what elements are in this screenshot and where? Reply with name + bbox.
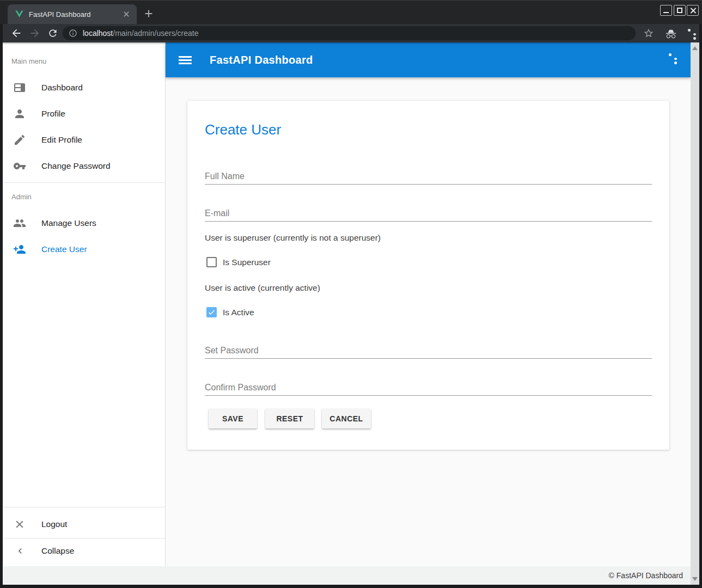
sidebar-item-label: Manage Users xyxy=(41,210,96,236)
sidebar-divider xyxy=(3,507,165,507)
full-name-field[interactable] xyxy=(205,168,652,185)
checkmark-icon xyxy=(207,308,216,316)
browser-toolbar: localhost/main/admin/users/create xyxy=(3,24,699,42)
browser-menu-icon[interactable] xyxy=(682,28,695,41)
page-content: Main menu Dashboard Profile Edit Profile xyxy=(3,42,699,585)
sidebar-item-label: Edit Profile xyxy=(41,127,82,153)
browser-tab[interactable]: FastAPI Dashboard xyxy=(8,4,137,24)
vue-logo-icon xyxy=(15,10,24,19)
save-button[interactable]: SAVE xyxy=(209,409,257,428)
url-bar[interactable]: localhost/main/admin/users/create xyxy=(63,26,636,40)
window-minimize-button[interactable] xyxy=(660,5,672,16)
sidebar-item-label: Change Password xyxy=(41,153,111,179)
app-bar: FastAPI Dashboard xyxy=(166,42,691,77)
cancel-button[interactable]: CANCEL xyxy=(322,409,371,428)
reset-button[interactable]: RESET xyxy=(265,409,314,428)
window-close-button[interactable] xyxy=(687,5,699,16)
superuser-status-text: User is superuser (currently is not a su… xyxy=(205,233,381,243)
dashboard-icon xyxy=(13,81,26,94)
is-superuser-label[interactable]: Is Superuser xyxy=(223,258,271,267)
page-scrollbar[interactable] xyxy=(691,42,699,585)
is-active-checkbox[interactable] xyxy=(206,307,217,317)
bookmark-star-icon[interactable] xyxy=(643,28,654,39)
url-path: /main/admin/users/create xyxy=(113,29,198,38)
key-icon xyxy=(13,160,26,173)
page-info-icon[interactable] xyxy=(69,29,77,38)
incognito-icon xyxy=(665,28,677,40)
back-arrow-icon[interactable] xyxy=(10,27,22,39)
person-add-icon xyxy=(13,243,26,256)
chevron-left-icon xyxy=(15,546,26,556)
tab-close-icon[interactable] xyxy=(122,10,131,19)
reload-icon[interactable] xyxy=(47,28,58,39)
is-superuser-checkbox[interactable] xyxy=(206,257,217,267)
sidebar-item-label: Dashboard xyxy=(41,75,83,101)
sidebar-item-create-user[interactable]: Create User xyxy=(3,236,165,262)
copyright-text: © FastAPI Dashboard xyxy=(609,566,683,585)
app-title: FastAPI Dashboard xyxy=(210,54,313,66)
sidebar-item-profile[interactable]: Profile xyxy=(3,101,165,127)
person-icon xyxy=(13,107,26,120)
create-user-card: Create User User is superuser (currently… xyxy=(187,101,669,450)
app-overflow-menu-icon[interactable] xyxy=(663,52,676,65)
sidebar-section-main-menu: Main menu xyxy=(11,57,46,65)
pencil-icon xyxy=(13,133,26,146)
new-tab-button[interactable] xyxy=(143,8,155,20)
close-x-icon xyxy=(14,518,26,530)
sidebar: Main menu Dashboard Profile Edit Profile xyxy=(3,42,166,566)
sidebar-item-label: Logout xyxy=(41,511,67,537)
people-icon xyxy=(13,217,26,230)
is-active-label[interactable]: Is Active xyxy=(223,308,254,317)
scrollbar-down-arrow-icon[interactable] xyxy=(692,577,698,581)
sidebar-item-manage-users[interactable]: Manage Users xyxy=(3,210,165,236)
hamburger-icon[interactable] xyxy=(179,56,192,64)
browser-titlebar: FastAPI Dashboard xyxy=(0,0,702,24)
forward-arrow-icon[interactable] xyxy=(29,27,41,39)
sidebar-item-change-password[interactable]: Change Password xyxy=(3,153,165,179)
set-password-field[interactable] xyxy=(205,342,652,359)
tab-title: FastAPI Dashboard xyxy=(29,10,90,19)
scrollbar-up-arrow-icon[interactable] xyxy=(692,46,698,50)
sidebar-section-admin: Admin xyxy=(11,193,32,201)
email-field[interactable] xyxy=(205,205,652,222)
sidebar-item-label: Collapse xyxy=(41,538,74,564)
page-title: Create User xyxy=(205,121,281,138)
confirm-password-field[interactable] xyxy=(205,379,652,396)
url-text: localhost/main/admin/users/create xyxy=(83,29,198,38)
sidebar-item-label: Profile xyxy=(41,101,65,127)
sidebar-divider xyxy=(3,182,165,183)
window-maximize-button[interactable] xyxy=(674,5,686,16)
sidebar-item-edit-profile[interactable]: Edit Profile xyxy=(3,127,165,153)
sidebar-item-dashboard[interactable]: Dashboard xyxy=(3,75,165,101)
active-status-text: User is active (currently active) xyxy=(205,283,320,293)
page-footer: © FastAPI Dashboard xyxy=(3,566,691,585)
sidebar-item-collapse[interactable]: Collapse xyxy=(3,538,165,564)
browser-window: FastAPI Dashboard localhost/main/admin/u… xyxy=(0,0,702,588)
sidebar-item-label: Create User xyxy=(41,236,87,262)
sidebar-item-logout[interactable]: Logout xyxy=(3,511,165,537)
main-area: FastAPI Dashboard Create User User is su… xyxy=(166,42,691,566)
url-host: localhost xyxy=(83,29,113,38)
